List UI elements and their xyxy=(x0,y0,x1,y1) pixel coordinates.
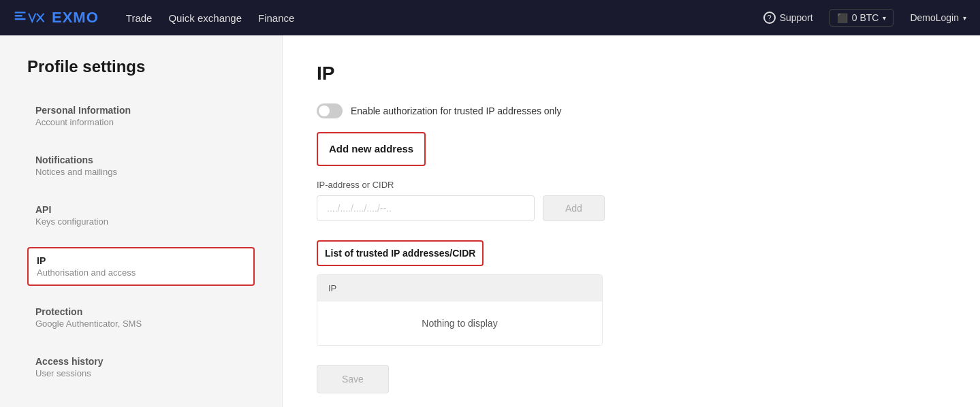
trusted-ip-toggle[interactable] xyxy=(317,103,343,118)
sidebar-title: Profile settings xyxy=(27,57,255,76)
add-ip-button[interactable]: Add xyxy=(543,195,605,221)
toggle-row: Enable authorization for trusted IP addr… xyxy=(317,103,946,118)
navbar-right: ? Support ⬛ 0 BTC ▾ DemoLogin ▾ xyxy=(763,9,966,27)
navbar: EXMO Trade Quick exchange Finance ? Supp… xyxy=(0,0,980,35)
ip-table: IP Nothing to display xyxy=(317,274,603,346)
main-layout: Profile settings Personal Information Ac… xyxy=(0,35,980,407)
user-chevron-icon: ▾ xyxy=(963,14,966,22)
ip-input-section: IP-address or CIDR Add xyxy=(317,180,946,221)
ip-address-input[interactable] xyxy=(317,195,535,221)
sidebar-item-ip[interactable]: IP Authorisation and access xyxy=(27,247,255,286)
user-label: DemoLogin xyxy=(910,12,959,23)
btc-balance[interactable]: ⬛ 0 BTC ▾ xyxy=(829,9,894,27)
btc-icon: ⬛ xyxy=(837,13,848,23)
support-label: Support xyxy=(780,12,813,23)
user-menu[interactable]: DemoLogin ▾ xyxy=(910,12,966,23)
support-button[interactable]: ? Support xyxy=(763,12,813,24)
toggle-label: Enable authorization for trusted IP addr… xyxy=(351,105,561,116)
nav-trade[interactable]: Trade xyxy=(126,12,153,24)
nav-quick-exchange[interactable]: Quick exchange xyxy=(168,12,242,24)
sidebar: Profile settings Personal Information Ac… xyxy=(0,35,283,407)
add-address-label: Add new address xyxy=(329,143,413,154)
trusted-list-label: List of trusted IP addresses/CIDR xyxy=(325,248,475,259)
sidebar-item-personal[interactable]: Personal Information Account information xyxy=(27,98,255,134)
main-nav: Trade Quick exchange Finance xyxy=(126,12,295,24)
nav-finance[interactable]: Finance xyxy=(258,12,294,24)
table-header: IP xyxy=(317,275,602,302)
sidebar-item-notifications[interactable]: Notifications Notices and mailings xyxy=(27,148,255,184)
save-button[interactable]: Save xyxy=(317,365,389,393)
ip-input-label: IP-address or CIDR xyxy=(317,180,946,190)
content-area: IP Enable authorization for trusted IP a… xyxy=(283,35,980,407)
page-title: IP xyxy=(317,63,946,84)
logo[interactable]: EXMO xyxy=(14,8,99,27)
sidebar-item-api[interactable]: API Keys configuration xyxy=(27,197,255,233)
support-icon: ? xyxy=(763,12,776,24)
svg-rect-0 xyxy=(15,12,26,13)
add-address-box: Add new address xyxy=(317,132,426,166)
table-empty-message: Nothing to display xyxy=(317,302,602,345)
btc-chevron-icon: ▾ xyxy=(883,14,886,22)
logo-text: EXMO xyxy=(52,9,99,27)
ip-input-row: Add xyxy=(317,195,946,221)
sidebar-item-protection[interactable]: Protection Google Authenticator, SMS xyxy=(27,299,255,336)
svg-rect-2 xyxy=(15,18,26,20)
btc-value: 0 BTC xyxy=(852,12,879,23)
trusted-list-box: List of trusted IP addresses/CIDR xyxy=(317,240,484,266)
sidebar-item-access-history[interactable]: Access history User sessions xyxy=(27,349,255,385)
svg-rect-1 xyxy=(15,15,22,16)
